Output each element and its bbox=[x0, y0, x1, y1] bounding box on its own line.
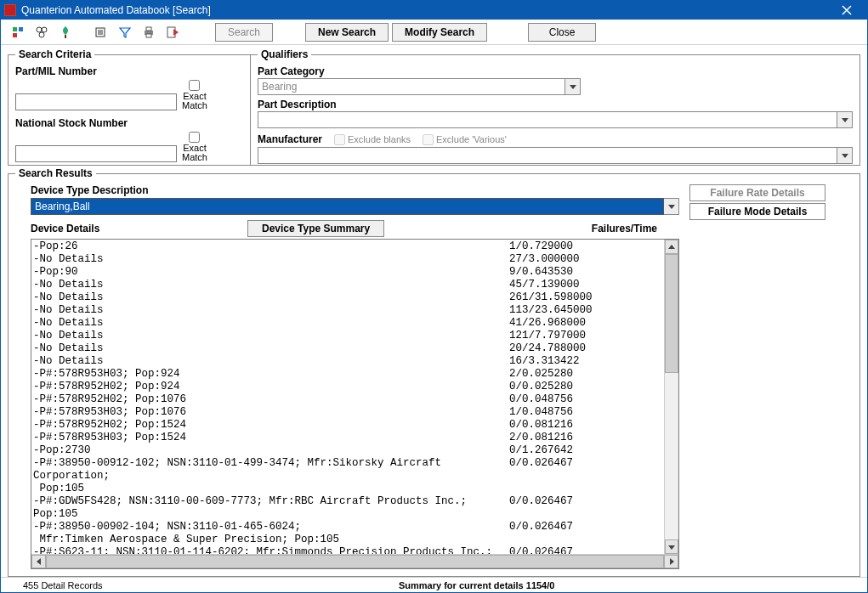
status-summary: Summary for current details 1154/0 bbox=[399, 580, 554, 590]
part-number-label: Part/MIL Number bbox=[15, 65, 243, 77]
list-item[interactable]: -Pop:261/0.729000 bbox=[33, 240, 662, 253]
part-description-value bbox=[258, 111, 837, 128]
device-type-label: Device Type Description bbox=[31, 184, 679, 196]
filter-icon[interactable] bbox=[115, 22, 135, 42]
device-type-summary-button[interactable]: Device Type Summary bbox=[247, 220, 384, 237]
status-records: 455 Detail Records bbox=[8, 580, 399, 590]
svg-rect-1 bbox=[19, 27, 23, 31]
list-item[interactable]: -No Details261/31.598000 bbox=[33, 291, 662, 304]
toolbar-icon-1[interactable] bbox=[8, 22, 28, 42]
svg-point-5 bbox=[39, 32, 44, 37]
chevron-down-icon[interactable] bbox=[664, 198, 679, 215]
device-type-value: Bearing,Ball bbox=[31, 198, 664, 215]
chevron-down-icon[interactable] bbox=[837, 147, 853, 164]
list-item[interactable]: -P#:38950-00912-102; NSN:3110-01-499-347… bbox=[33, 457, 662, 495]
qualifiers-group: Qualifiers Part Category Bearing Part De… bbox=[250, 48, 860, 166]
part-exact-match-checkbox[interactable] bbox=[189, 80, 200, 91]
svg-point-4 bbox=[42, 27, 47, 32]
svg-rect-10 bbox=[146, 34, 151, 37]
part-category-label: Part Category bbox=[258, 65, 853, 77]
nsn-input[interactable] bbox=[15, 145, 177, 162]
list-item[interactable]: -P#:GDW5FS428; NSN:3110-00-609-7773; Mfr… bbox=[33, 495, 662, 521]
modify-search-button[interactable]: Modify Search bbox=[392, 23, 487, 42]
list-item[interactable]: -P#:578R953H03; Pop:15242/0.081216 bbox=[33, 432, 662, 444]
svg-rect-2 bbox=[13, 33, 17, 37]
svg-point-3 bbox=[37, 27, 42, 32]
match-label-2: Match bbox=[182, 153, 207, 162]
hscroll-thumb[interactable] bbox=[46, 555, 664, 568]
export-icon[interactable] bbox=[162, 22, 183, 42]
manufacturer-label: Manufacturer bbox=[258, 133, 322, 145]
manufacturer-dropdown[interactable] bbox=[258, 147, 853, 164]
manufacturer-value bbox=[258, 147, 837, 164]
list-item[interactable]: -P#:38950-00902-104; NSN:3110-01-465-602… bbox=[33, 521, 662, 546]
list-item[interactable]: -P#:S623-11; NSN:3110-01-114-6202; Mfr:S… bbox=[33, 546, 662, 554]
part-category-value: Bearing bbox=[258, 78, 565, 95]
device-details-label: Device Details bbox=[31, 223, 247, 234]
search-results-group: Search Results Device Type Description B… bbox=[8, 167, 860, 577]
list-item[interactable]: -P#:578R953H03; Pop:10761/0.048756 bbox=[33, 406, 662, 419]
toolbar: Search New Search Modify Search Close bbox=[1, 20, 867, 45]
toolbar-icon-3[interactable] bbox=[55, 22, 76, 42]
failure-rate-details-button[interactable]: Failure Rate Details bbox=[689, 184, 825, 201]
search-criteria-group: Search Criteria Part/MIL Number Exact Ma… bbox=[8, 48, 250, 166]
chevron-down-icon[interactable] bbox=[565, 78, 581, 95]
nsn-exact-match-checkbox[interactable] bbox=[189, 132, 200, 143]
search-button[interactable]: Search bbox=[215, 23, 273, 42]
qualifiers-legend: Qualifiers bbox=[258, 48, 311, 60]
list-item[interactable]: -No Details45/7.139000 bbox=[33, 279, 662, 291]
chevron-down-icon[interactable] bbox=[837, 111, 853, 128]
scroll-right-icon[interactable] bbox=[664, 555, 678, 568]
device-type-dropdown[interactable]: Bearing,Ball bbox=[31, 198, 679, 215]
nsn-label: National Stock Number bbox=[15, 117, 243, 129]
svg-rect-9 bbox=[146, 27, 151, 31]
failure-mode-details-button[interactable]: Failure Mode Details bbox=[689, 203, 825, 220]
list-item[interactable]: -No Details121/7.797000 bbox=[33, 330, 662, 342]
list-item[interactable]: -No Details41/26.968000 bbox=[33, 317, 662, 330]
list-item[interactable]: -P#:578R952H02; Pop:10760/0.048756 bbox=[33, 393, 662, 406]
device-details-list[interactable]: -Pop:261/0.729000-No Details27/3.000000-… bbox=[31, 239, 679, 569]
window-title: Quanterion Automated Databook [Search] bbox=[21, 4, 830, 16]
svg-rect-0 bbox=[13, 27, 17, 31]
new-search-button[interactable]: New Search bbox=[305, 23, 389, 42]
exclude-blanks-checkbox[interactable]: Exclude blanks bbox=[334, 134, 411, 145]
print-icon[interactable] bbox=[139, 22, 159, 42]
toolbar-icon-4[interactable] bbox=[91, 22, 111, 42]
part-description-dropdown[interactable] bbox=[258, 111, 853, 128]
svg-rect-6 bbox=[65, 35, 66, 38]
search-criteria-legend: Search Criteria bbox=[15, 48, 94, 60]
list-item[interactable]: -No Details20/24.788000 bbox=[33, 342, 662, 355]
status-bar: 455 Detail Records Summary for current d… bbox=[1, 577, 867, 592]
scroll-down-icon[interactable] bbox=[665, 539, 678, 554]
exclude-various-checkbox[interactable]: Exclude 'Various' bbox=[423, 134, 507, 145]
window-close-button[interactable] bbox=[830, 2, 864, 19]
match-label: Match bbox=[182, 101, 207, 110]
part-category-dropdown[interactable]: Bearing bbox=[258, 78, 581, 95]
vertical-scrollbar[interactable] bbox=[664, 240, 678, 554]
scroll-left-icon[interactable] bbox=[31, 555, 46, 568]
close-button[interactable]: Close bbox=[528, 23, 596, 42]
list-item[interactable]: -No Details16/3.313422 bbox=[33, 355, 662, 368]
scroll-up-icon[interactable] bbox=[665, 240, 678, 254]
list-item[interactable]: -P#:578R952H02; Pop:15240/0.081216 bbox=[33, 419, 662, 432]
part-description-label: Part Description bbox=[258, 99, 853, 110]
app-icon bbox=[4, 4, 16, 16]
list-item[interactable]: -No Details113/23.645000 bbox=[33, 304, 662, 317]
search-results-legend: Search Results bbox=[15, 167, 96, 179]
scroll-thumb[interactable] bbox=[665, 254, 678, 373]
toolbar-icon-2[interactable] bbox=[31, 22, 52, 42]
failures-time-label: Failures/Time bbox=[592, 223, 657, 234]
list-item[interactable]: -P#:578R953H03; Pop:9242/0.025280 bbox=[33, 368, 662, 381]
list-item[interactable]: -No Details27/3.000000 bbox=[33, 253, 662, 266]
part-number-input[interactable] bbox=[15, 93, 177, 110]
list-item[interactable]: -Pop:909/0.643530 bbox=[33, 266, 662, 279]
horizontal-scrollbar[interactable] bbox=[31, 554, 678, 568]
list-item[interactable]: -Pop:27300/1.267642 bbox=[33, 444, 662, 457]
list-item[interactable]: -P#:578R952H02; Pop:9240/0.025280 bbox=[33, 381, 662, 393]
